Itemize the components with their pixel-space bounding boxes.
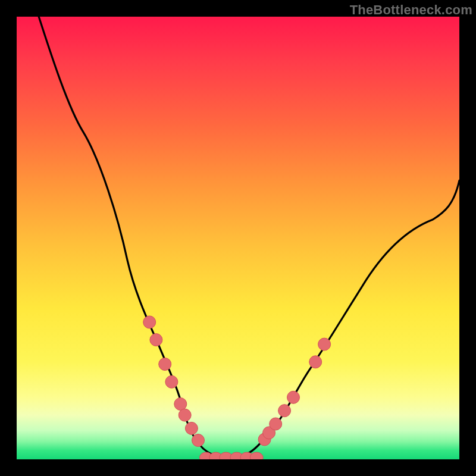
svg-point-11 bbox=[178, 409, 191, 421]
svg-point-5 bbox=[250, 452, 263, 459]
svg-point-16 bbox=[270, 418, 282, 430]
plot-area bbox=[17, 17, 459, 459]
svg-point-8 bbox=[159, 358, 171, 371]
svg-point-12 bbox=[185, 422, 198, 434]
svg-point-10 bbox=[174, 398, 187, 411]
svg-point-9 bbox=[165, 375, 178, 388]
svg-point-6 bbox=[143, 316, 156, 328]
svg-point-7 bbox=[150, 334, 162, 346]
curve-layer bbox=[17, 17, 459, 459]
bottleneck-curve bbox=[39, 17, 459, 459]
flat-segment bbox=[199, 452, 263, 459]
watermark-text: TheBottleneck.com bbox=[350, 2, 472, 18]
chart-stage: TheBottleneck.com bbox=[0, 0, 476, 476]
svg-point-13 bbox=[192, 434, 205, 447]
svg-point-17 bbox=[278, 405, 291, 417]
svg-point-19 bbox=[309, 356, 322, 368]
svg-point-18 bbox=[287, 391, 300, 403]
svg-point-20 bbox=[318, 338, 331, 350]
